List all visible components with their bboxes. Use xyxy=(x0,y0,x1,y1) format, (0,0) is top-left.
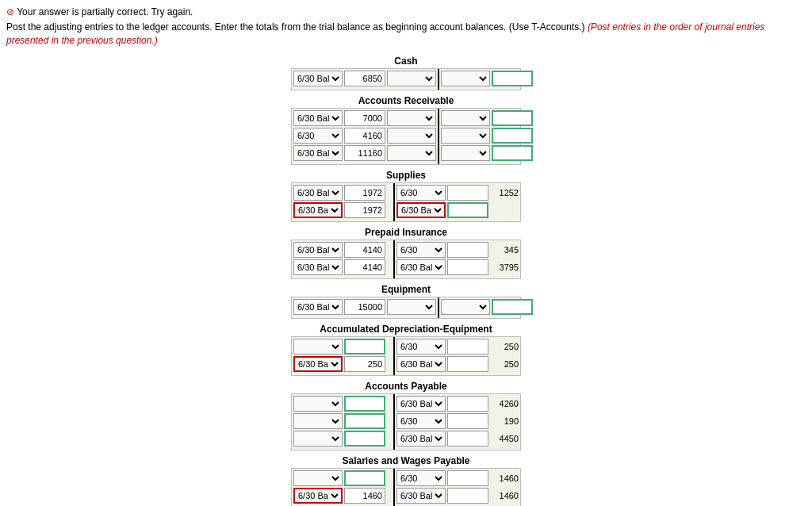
ar-left-sel-3[interactable]: 6/30 Bal. xyxy=(293,145,343,161)
ar-left-inp-1[interactable] xyxy=(344,110,385,126)
cash-value-input-1[interactable] xyxy=(344,71,385,86)
sup-right-inp-1[interactable] xyxy=(447,185,488,201)
ar-right-inp-3[interactable] xyxy=(492,145,533,161)
ar-right-sel-1[interactable] xyxy=(441,110,490,126)
pre-right-val-1: 345 xyxy=(490,245,519,255)
swp-right-inp-1[interactable] xyxy=(447,470,488,486)
swp-left-sel-2[interactable]: 6/30 Bal. xyxy=(293,488,343,504)
swp-right-val-2: 1460 xyxy=(490,491,519,500)
ad-right-val-2: 250 xyxy=(490,359,519,369)
ar-right-inp-1[interactable] xyxy=(492,110,533,126)
ap-section: Accounts Payable 6/30 Bal. xyxy=(291,381,521,450)
eq-left-inp-1[interactable] xyxy=(344,299,385,315)
ap-right-inp-2[interactable] xyxy=(447,413,488,429)
pre-left-inp-1[interactable] xyxy=(344,242,385,258)
ar-right-sel-2[interactable] xyxy=(441,128,490,144)
ar-left-sel-2b[interactable] xyxy=(387,128,436,144)
accum-dep-section: Accumulated Depreciation-Equipment 6/30 … xyxy=(291,324,521,376)
accum-dep-title: Accumulated Depreciation-Equipment xyxy=(291,324,521,335)
t-accounts-container: Cash 6/30 Bal. Accounts Receivable xyxy=(6,56,806,506)
ad-right-sel-2[interactable]: 6/30 Bal. xyxy=(396,356,446,372)
warning-icon: ⊘ xyxy=(6,6,14,17)
ar-right-inp-2[interactable] xyxy=(492,128,533,144)
sup-left-sel-1[interactable]: 6/30 Bal. xyxy=(293,185,343,201)
pre-left-sel-1[interactable]: 6/30 Bal. xyxy=(293,242,343,258)
cash-right-input-1[interactable] xyxy=(492,71,533,86)
cash-label-select-1b[interactable] xyxy=(387,71,436,86)
ad-right-inp-2[interactable] xyxy=(447,356,488,372)
ad-left-sel-2[interactable]: 6/30 Bal. xyxy=(293,356,343,372)
ap-left-sel-3[interactable] xyxy=(293,431,343,447)
pre-left-inp-2[interactable] xyxy=(344,259,385,275)
ad-left-inp-1[interactable] xyxy=(344,339,385,355)
ap-left-inp-1[interactable] xyxy=(344,396,385,412)
sup-left-sel-2[interactable]: 6/30 Bal. xyxy=(293,202,343,218)
ar-right-sel-3[interactable] xyxy=(441,145,490,161)
sup-right-inp-2[interactable] xyxy=(447,202,488,218)
ar-left-inp-3[interactable] xyxy=(344,145,385,161)
ar-title: Accounts Receivable xyxy=(291,95,521,106)
ad-right-val-1: 250 xyxy=(490,342,519,351)
swp-left-sel-1[interactable] xyxy=(293,470,343,486)
swp-title: Salaries and Wages Payable xyxy=(291,455,521,466)
ap-title: Accounts Payable xyxy=(291,381,521,392)
pre-right-val-2: 3795 xyxy=(490,263,519,272)
ad-right-inp-1[interactable] xyxy=(447,339,488,355)
cash-label-select-1[interactable]: 6/30 Bal. xyxy=(293,71,343,86)
sup-right-sel-1[interactable]: 6/30 xyxy=(396,185,446,201)
ar-left-sel-1b[interactable] xyxy=(387,110,436,126)
pre-left-sel-2[interactable]: 6/30 Bal. xyxy=(293,259,343,275)
ap-left-inp-3[interactable] xyxy=(344,431,385,447)
ad-right-sel-1[interactable]: 6/30 xyxy=(396,339,446,355)
supplies-title: Supplies xyxy=(291,170,521,181)
ap-left-inp-2[interactable] xyxy=(344,413,385,429)
pre-right-inp-2[interactable] xyxy=(447,259,488,275)
instruction-text: Post the adjusting entries to the ledger… xyxy=(6,21,806,48)
ad-left-inp-2[interactable] xyxy=(344,356,385,372)
swp-left-inp-1[interactable] xyxy=(344,470,385,486)
ap-right-val-3: 4450 xyxy=(490,434,519,443)
cash-right-select-1[interactable] xyxy=(441,71,490,86)
ap-right-sel-2[interactable]: 6/30 xyxy=(396,413,446,429)
ap-left-sel-2[interactable] xyxy=(293,413,343,429)
sup-right-sel-2[interactable]: 6/30 Bal. xyxy=(396,202,446,218)
pre-right-sel-2[interactable]: 6/30 Bal. xyxy=(396,259,446,275)
prepaid-title: Prepaid Insurance xyxy=(291,227,521,238)
ap-right-val-1: 4260 xyxy=(490,399,519,408)
cash-section: Cash 6/30 Bal. xyxy=(291,56,521,90)
swp-right-inp-2[interactable] xyxy=(447,488,488,504)
ap-right-inp-3[interactable] xyxy=(447,431,488,447)
eq-left-sel-1[interactable]: 6/30 Bal. xyxy=(293,299,343,315)
pre-right-inp-1[interactable] xyxy=(447,242,488,258)
ar-left-sel-3b[interactable] xyxy=(387,145,436,161)
ar-left-sel-2[interactable]: 6/30 xyxy=(293,128,343,144)
cash-title: Cash xyxy=(291,56,521,67)
cash-row-1-right xyxy=(441,71,533,86)
ar-section: Accounts Receivable 6/30 Bal. 6/30 6/30 … xyxy=(291,95,521,165)
ar-left-inp-2[interactable] xyxy=(344,128,385,144)
ad-left-sel-1[interactable] xyxy=(293,339,343,355)
ap-right-inp-1[interactable] xyxy=(447,396,488,412)
eq-right-sel-1[interactable] xyxy=(441,299,490,315)
swp-right-sel-1[interactable]: 6/30 xyxy=(396,470,446,486)
supplies-section: Supplies 6/30 Bal. 6/30 Bal. 6/30 1252 xyxy=(291,170,521,222)
swp-left-inp-2[interactable] xyxy=(344,488,385,504)
sup-left-inp-1[interactable] xyxy=(344,185,385,201)
ar-left-sel-1[interactable]: 6/30 Bal. xyxy=(293,110,343,126)
sup-left-inp-2[interactable] xyxy=(344,202,385,218)
eq-left-sel-1b[interactable] xyxy=(387,299,436,315)
equipment-section: Equipment 6/30 Bal. xyxy=(291,284,521,319)
eq-right-inp-1[interactable] xyxy=(492,299,533,315)
swp-right-sel-2[interactable]: 6/30 Bal. xyxy=(396,488,446,504)
ap-left-sel-1[interactable] xyxy=(293,396,343,412)
prepaid-section: Prepaid Insurance 6/30 Bal. 6/30 Bal. 6/… xyxy=(291,227,521,279)
ap-right-sel-3[interactable]: 6/30 Bal. xyxy=(396,431,446,447)
pre-right-sel-1[interactable]: 6/30 xyxy=(396,242,446,258)
partial-correct-message: ⊘ Your answer is partially correct. Try … xyxy=(6,6,806,17)
cash-row-1-left: 6/30 Bal. xyxy=(293,71,436,86)
equipment-title: Equipment xyxy=(291,284,521,295)
swp-right-val-1: 1460 xyxy=(490,473,519,483)
ap-right-sel-1[interactable]: 6/30 Bal. xyxy=(396,396,446,412)
swp-section: Salaries and Wages Payable 6/30 Bal. 6/3… xyxy=(291,455,521,506)
ap-right-val-2: 190 xyxy=(490,416,519,426)
